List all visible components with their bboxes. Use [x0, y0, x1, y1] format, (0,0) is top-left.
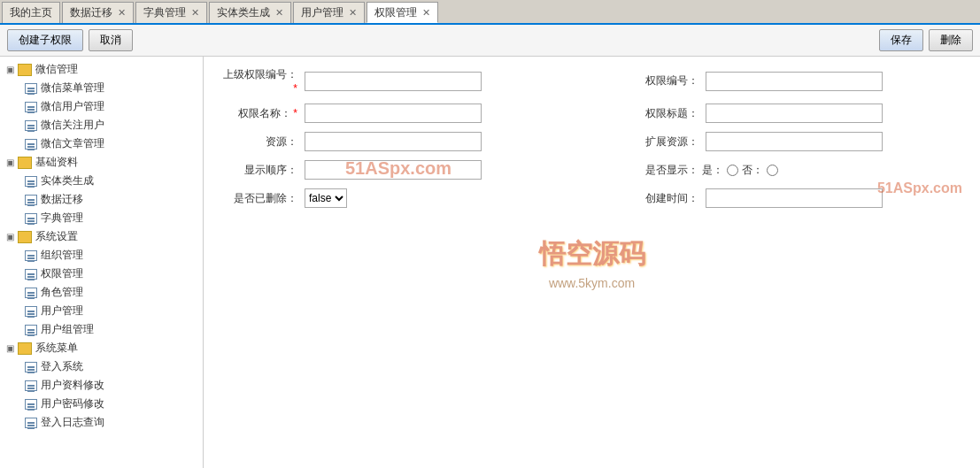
tree-item-weixin-user[interactable]: 微信用户管理 [0, 97, 203, 116]
tab-permission-label: 权限管理 [374, 5, 417, 20]
is-yes-radio[interactable] [727, 165, 738, 176]
tree-item-password[interactable]: 用户密码修改 [0, 395, 203, 413]
tree-item-weixin-follow[interactable]: 微信关注用户 [0, 116, 203, 134]
item-icon-login [25, 362, 37, 372]
folder-sysmenu-icon [18, 342, 32, 355]
folder-weixin-icon [18, 64, 32, 76]
tree-item-profile[interactable]: 用户资料修改 [0, 376, 203, 395]
is-deleted-label: 是否已删除： [218, 191, 297, 206]
tree-item-loginlog[interactable]: 登入日志查询 [0, 413, 203, 432]
ext-resource-label: 扩展资源： [619, 134, 698, 150]
tree-item-weixin-follow-label: 微信关注用户 [41, 118, 104, 133]
tab-user-close[interactable]: ✕ [349, 7, 357, 19]
resource-input[interactable] [305, 132, 482, 151]
main-content: ▣ 微信管理 微信菜单管理 微信用户管理 微信关注用户 微信文章管理 [0, 57, 980, 468]
tree-item-org-label: 组织管理 [41, 248, 83, 263]
cancel-button[interactable]: 取消 [89, 29, 133, 51]
item-icon-permission [25, 269, 37, 280]
tab-permission[interactable]: 权限管理 ✕ [367, 2, 438, 23]
tree-item-usergroup[interactable]: 用户组管理 [0, 320, 203, 339]
perm-title-label: 权限标题： [619, 106, 698, 121]
folder-weixin-label: 微信管理 [35, 62, 78, 77]
item-icon-entity [25, 176, 37, 187]
tree-item-permission[interactable]: 权限管理 [0, 265, 203, 283]
is-deleted-select[interactable]: false true [305, 188, 347, 208]
folder-sysmenu-label: 系统菜单 [35, 341, 78, 356]
ext-resource-input[interactable] [706, 132, 883, 151]
tree-folder-basic[interactable]: ▣ 基础资料 [0, 153, 203, 172]
tree-group-sysmenu: ▣ 系统菜单 登入系统 用户资料修改 用户密码修改 登入日志查询 [0, 339, 203, 432]
tab-bar: 我的主页 数据迁移 ✕ 字典管理 ✕ 实体类生成 ✕ 用户管理 ✕ 权限管理 ✕ [0, 0, 980, 25]
delete-button[interactable]: 删除 [929, 29, 973, 51]
tab-migration-close[interactable]: ✕ [118, 7, 126, 19]
form-half-created-time: 创建时间： [619, 188, 967, 208]
tree-item-entity[interactable]: 实体类生成 [0, 172, 203, 190]
form-half-resource: 资源： [218, 132, 566, 151]
created-time-input[interactable] [706, 188, 883, 208]
tab-entity[interactable]: 实体类生成 ✕ [209, 2, 291, 23]
tree-item-dict[interactable]: 字典管理 [0, 209, 203, 227]
tab-entity-label: 实体类生成 [217, 5, 270, 20]
tree-folder-sysconfig[interactable]: ▣ 系统设置 [0, 227, 203, 246]
tab-dict-close[interactable]: ✕ [191, 7, 199, 19]
item-icon-weixin-follow [25, 120, 37, 131]
tab-user[interactable]: 用户管理 ✕ [293, 2, 365, 23]
form-row-5: 是否已删除： false true 创建时间： [218, 188, 966, 208]
tree-item-weixin-article-label: 微信文章管理 [41, 136, 104, 151]
tab-permission-close[interactable]: ✕ [422, 7, 430, 19]
create-child-button[interactable]: 创建子权限 [7, 29, 83, 51]
item-icon-usergroup [25, 325, 37, 335]
tree-item-login[interactable]: 登入系统 [0, 357, 203, 376]
tab-home[interactable]: 我的主页 [2, 2, 60, 23]
form-row-4: 显示顺序： 是否显示： 是： 否： [218, 160, 966, 180]
toggle-sysconfig-icon[interactable]: ▣ [4, 232, 16, 242]
folder-sysconfig-label: 系统设置 [35, 229, 78, 244]
perm-name-input[interactable] [305, 104, 482, 123]
tab-user-label: 用户管理 [301, 5, 343, 20]
tab-dict-label: 字典管理 [143, 5, 186, 20]
tab-dict[interactable]: 字典管理 ✕ [135, 2, 207, 23]
tree-folder-weixin[interactable]: ▣ 微信管理 [0, 60, 203, 79]
tab-entity-close[interactable]: ✕ [275, 7, 283, 19]
save-button[interactable]: 保存 [879, 29, 923, 51]
perm-title-input[interactable] [706, 104, 883, 123]
toolbar: 创建子权限 取消 保存 删除 [0, 25, 980, 57]
form-row-1: 上级权限编号： 权限编号： [218, 67, 966, 95]
perm-name-label: 权限名称： [218, 106, 297, 121]
toggle-weixin-icon[interactable]: ▣ [4, 65, 16, 74]
item-icon-userlist [25, 306, 37, 317]
tree-item-weixin-article[interactable]: 微信文章管理 [0, 134, 203, 153]
tree-group-sysconfig: ▣ 系统设置 组织管理 权限管理 角色管理 用户管理 用 [0, 227, 203, 339]
display-order-input[interactable] [305, 160, 482, 180]
tree-item-profile-label: 用户资料修改 [41, 378, 104, 393]
folder-basic-icon [18, 157, 32, 169]
toggle-sysmenu-icon[interactable]: ▣ [4, 343, 16, 353]
item-icon-dict [25, 213, 37, 224]
tree-item-migration[interactable]: 数据迁移 [0, 190, 203, 209]
tree-folder-sysmenu[interactable]: ▣ 系统菜单 [0, 339, 203, 357]
item-icon-weixin-user [25, 102, 37, 112]
tree-item-role-label: 角色管理 [41, 285, 83, 300]
tree-item-login-label: 登入系统 [41, 359, 83, 374]
tree-group-weixin: ▣ 微信管理 微信菜单管理 微信用户管理 微信关注用户 微信文章管理 [0, 60, 203, 153]
tree-item-entity-label: 实体类生成 [41, 173, 94, 188]
resource-label: 资源： [218, 134, 297, 150]
form-half-perm-id: 权限编号： [619, 67, 967, 95]
tree-item-password-label: 用户密码修改 [41, 396, 104, 411]
is-no-radio[interactable] [767, 165, 778, 176]
tree-item-userlist[interactable]: 用户管理 [0, 302, 203, 320]
is-display-label: 是否显示： [619, 163, 698, 178]
tab-migration[interactable]: 数据迁移 ✕ [62, 2, 134, 23]
parent-id-input[interactable] [305, 72, 482, 91]
form-row-2: 权限名称： 权限标题： [218, 104, 966, 123]
tree-item-org[interactable]: 组织管理 [0, 246, 203, 265]
tree-item-weixin-menu[interactable]: 微信菜单管理 [0, 79, 203, 97]
toggle-basic-icon[interactable]: ▣ [4, 157, 16, 167]
display-order-label: 显示顺序： [218, 163, 297, 178]
form-half-parent-id: 上级权限编号： [218, 67, 566, 95]
tree-group-basic: ▣ 基础资料 实体类生成 数据迁移 字典管理 [0, 153, 203, 227]
perm-id-input[interactable] [706, 72, 883, 91]
form-row-3: 资源： 扩展资源： [218, 132, 966, 151]
folder-sysconfig-icon [18, 231, 32, 243]
tree-item-role[interactable]: 角色管理 [0, 283, 203, 302]
